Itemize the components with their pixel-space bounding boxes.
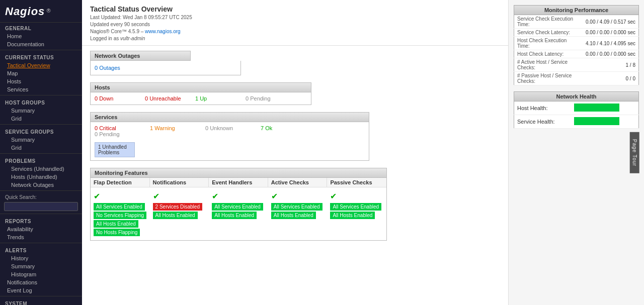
hosts-down-link[interactable]: 0 Down	[95, 95, 113, 101]
services-pending-link[interactable]: 0 Pending	[95, 131, 120, 137]
passive-hosts-badge: All Hosts Enabled	[330, 212, 375, 219]
flap-no-hosts-badge: No Hosts Flapping	[94, 229, 140, 236]
sidebar-item-sg-grid[interactable]: Grid	[0, 144, 82, 152]
monitoring-performance-section: Monitoring Performance Service Check Exe…	[514, 5, 639, 85]
general-section-header: General	[0, 23, 82, 32]
active-services-badge: All Services Enabled	[271, 203, 323, 211]
active-hosts-badge: All Hosts Enabled	[271, 212, 316, 219]
right-panel: Monitoring Performance Service Check Exe…	[508, 0, 644, 305]
flap-no-services-badge: No Services Flapping	[94, 212, 146, 219]
sidebar-item-services[interactable]: Services	[0, 85, 82, 93]
page-tour-button[interactable]: Page Tour	[629, 132, 639, 173]
services-title: Services	[90, 112, 369, 122]
perf-value-0: 0.00 / 4.09 / 0.517 sec	[583, 15, 639, 29]
sidebar-item-notifications[interactable]: Notifications	[0, 278, 82, 286]
sidebar-logo: Nagios ®	[0, 0, 82, 23]
sidebar-item-alerts-summary[interactable]: Summary	[0, 262, 82, 270]
performance-table: Service Check Execution Time:0.00 / 4.09…	[514, 15, 639, 85]
network-health-title: Network Health	[514, 91, 639, 101]
sidebar-item-alerts-histogram[interactable]: Histogram	[0, 270, 82, 278]
hosts-down-cell: 0 Down	[95, 95, 145, 101]
system-header: System	[0, 298, 82, 305]
notif-services-badge: 2 Services Disabled	[153, 203, 202, 211]
unhandled-badge-link[interactable]: 1 Unhandled Problems	[95, 142, 135, 157]
host-groups-header: Host Groups	[0, 97, 82, 107]
hosts-up-link[interactable]: 1 Up	[195, 95, 207, 101]
services-unknown-link[interactable]: 0 Unknown	[205, 125, 233, 131]
notif-hosts-badge: All Hosts Enabled	[153, 212, 198, 219]
active-check-icon: ✔	[271, 191, 278, 201]
network-health-section: Network Health Host Health: Service Heal…	[514, 91, 639, 129]
service-health-bar-cell	[571, 115, 638, 129]
services-ok-link[interactable]: 7 Ok	[261, 125, 272, 131]
services-critical-link[interactable]: 0 Critical	[95, 125, 116, 131]
hosts-unreachable-link[interactable]: 0 Unreachable	[145, 95, 181, 101]
event-check-icon: ✔	[212, 191, 218, 201]
hosts-status-row: 0 Down 0 Unreachable 1 Up 0 Pending	[95, 95, 307, 101]
feat-header-active: Active Checks	[268, 178, 328, 187]
problems-header: Problems	[0, 155, 82, 165]
perf-label-0: Service Check Execution Time:	[514, 15, 583, 29]
features-header-row: Flap Detection Notifications Event Handl…	[91, 178, 386, 187]
sidebar-item-hosts[interactable]: Hosts	[0, 77, 82, 85]
quick-search-input[interactable]	[4, 202, 78, 211]
network-outages-title: Network Outages	[90, 51, 191, 61]
sidebar-item-documentation[interactable]: Documentation	[0, 40, 82, 48]
sidebar-item-hosts-unhandled[interactable]: Hosts (Unhandled)	[0, 173, 82, 181]
flap-hosts-badge: All Hosts Enabled	[94, 220, 138, 228]
update-interval: Updated every 90 seconds	[90, 21, 500, 28]
host-health-label: Host Health:	[514, 101, 572, 115]
hosts-table: 0 Down 0 Unreachable 1 Up 0 Pending	[90, 92, 311, 105]
feat-col-event: ✔ All Services Enabled All Hosts Enabled	[209, 190, 268, 237]
sidebar-item-event-log[interactable]: Event Log	[0, 286, 82, 294]
services-warning-cell: 1 Warning	[150, 125, 205, 131]
unhandled-badge-container: 1 Unhandled Problems	[95, 140, 365, 157]
services-status-row: 0 Critical 1 Warning 0 Unknown 7 Ok 0 Pe…	[95, 125, 365, 137]
services-ok-cell: 7 Ok	[261, 125, 316, 131]
services-table: 0 Critical 1 Warning 0 Unknown 7 Ok 0 Pe…	[90, 122, 369, 161]
hosts-pending-link[interactable]: 0 Pending	[246, 95, 271, 101]
host-health-row: Host Health:	[514, 101, 639, 115]
page-title: Tactical Status Overview	[90, 5, 500, 13]
perf-row-5: # Passive Host / Service Checks:0 / 0	[514, 72, 639, 85]
outage-count-link[interactable]: 0 Outages	[95, 65, 120, 71]
main-header: Tactical Status Overview Last Updated: W…	[82, 0, 508, 46]
perf-value-5: 0 / 0	[583, 72, 639, 85]
main-body: Network Outages 0 Outages Hosts 0 Down 0…	[82, 46, 508, 246]
logo-text: Nagios	[5, 5, 45, 18]
sidebar-item-availability[interactable]: Availability	[0, 225, 82, 233]
sidebar-item-network-outages[interactable]: Network Outages	[0, 181, 82, 189]
network-outages-table: 0 Outages	[90, 61, 241, 75]
feat-header-passive: Passive Checks	[327, 178, 386, 187]
services-pending-cell: 0 Pending	[95, 131, 150, 137]
sidebar-item-trends[interactable]: Trends	[0, 233, 82, 241]
sidebar-item-home[interactable]: Home	[0, 32, 82, 40]
sidebar-item-services-unhandled[interactable]: Services (Unhandled)	[0, 165, 82, 173]
feat-col-flap: ✔ All Services Enabled No Services Flapp…	[91, 190, 150, 237]
sidebar-item-tactical-overview[interactable]: Tactical Overview	[0, 61, 82, 69]
feat-col-notif: ✔ 2 Services Disabled All Hosts Enabled	[150, 190, 209, 237]
last-updated: Last Updated: Wed Jan 8 09:55:27 UTC 202…	[90, 14, 500, 21]
sidebar-item-map[interactable]: Map	[0, 69, 82, 77]
sidebar-item-sg-summary[interactable]: Summary	[0, 136, 82, 144]
sidebar-item-alerts-history[interactable]: History	[0, 254, 82, 262]
sidebar-item-hg-grid[interactable]: Grid	[0, 115, 82, 123]
network-outages-section: Network Outages 0 Outages	[90, 51, 500, 75]
services-section: Services 0 Critical 1 Warning 0 Unknown …	[90, 112, 500, 161]
sidebar-item-hg-summary[interactable]: Summary	[0, 107, 82, 115]
perf-label-2: Host Check Execution Time:	[514, 37, 583, 50]
alerts-header: Alerts	[0, 245, 82, 254]
event-services-badge: All Services Enabled	[212, 203, 263, 211]
current-status-header: Current Status	[0, 52, 82, 61]
quick-search-label: Quick Search:	[0, 192, 82, 201]
feat-col-active: ✔ All Services Enabled All Hosts Enabled	[268, 190, 328, 237]
services-warning-link[interactable]: 1 Warning	[150, 125, 175, 131]
reports-header: Reports	[0, 216, 82, 225]
perf-row-0: Service Check Execution Time:0.00 / 4.09…	[514, 15, 639, 29]
hosts-title: Hosts	[90, 82, 311, 92]
feat-header-flap: Flap Detection	[91, 178, 150, 187]
service-health-label: Service Health:	[514, 115, 572, 129]
nagios-url-link[interactable]: www.nagios.org	[145, 29, 181, 34]
perf-row-4: # Active Host / Service Checks:1 / 8	[514, 58, 639, 72]
monitoring-features-section: Monitoring Features Flap Detection Notif…	[90, 168, 500, 241]
